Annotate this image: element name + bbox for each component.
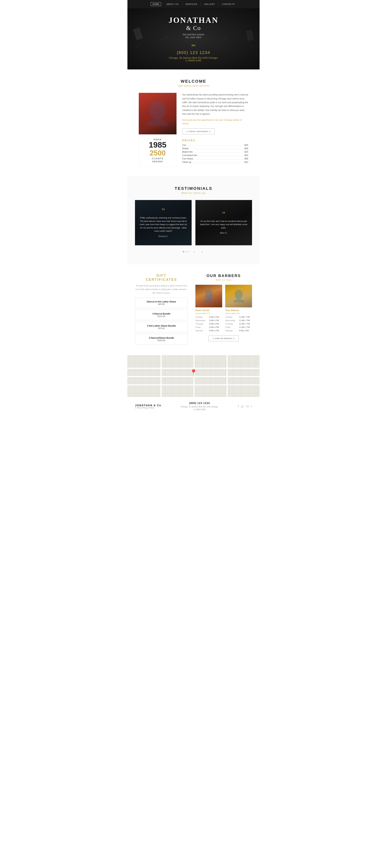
- barber-photo: 👤: [139, 93, 177, 134]
- barber-schedule-2: Tuesday11 AM–7 PMWednesday11 AM–7 PMThur…: [225, 315, 252, 333]
- gift-certificates-col: GIFTCERTIFICATES The gift of fine groomi…: [135, 274, 188, 346]
- price-item: Clean up$12: [182, 161, 248, 163]
- footer: JONATHAN & Co © 2016 | Privacy Policy (8…: [127, 397, 260, 415]
- carousel-dots: [183, 249, 188, 254]
- testimonials-subtitle: What our clients say: [135, 192, 252, 194]
- barber-photo-2: 👤: [225, 285, 252, 307]
- prices-section: PRICES Cut$25Shave$30Beard trim$15Cut+be…: [182, 139, 248, 163]
- nav-about[interactable]: ABOUT US: [165, 2, 180, 6]
- scissors-icon: ✂: [169, 42, 218, 49]
- nav-sep-4: /: [218, 3, 219, 5]
- view-barbers-label: view all barbers: [215, 337, 232, 339]
- barber-silhouette: 👤: [144, 102, 172, 125]
- schedule-row: Thursday11 AM–7 PM: [225, 322, 252, 326]
- price-item: Cut+beard trim$24: [182, 154, 248, 157]
- price-item: Beard trim$15: [182, 151, 248, 153]
- barber-card-1: 👤 Peter Grosh AVAILABILITY Tuesday8 AM–4…: [196, 285, 222, 333]
- nav-services[interactable]: SERVICES: [184, 2, 199, 6]
- reservation-btn-diamond-left: ◇: [186, 130, 188, 132]
- nav-home[interactable]: HOME: [151, 2, 161, 6]
- carousel-controls: ‹ ›: [135, 249, 252, 254]
- map-section: 📍: [127, 355, 260, 397]
- nav-contacts[interactable]: CONTACTS: [220, 2, 236, 6]
- reservation-button[interactable]: ◇ online reservation ◇: [182, 128, 215, 134]
- map-road-v2: [194, 355, 195, 397]
- hero-tagline: the perfect place for cool men: [169, 33, 218, 39]
- hero-address: Chicago, 28 Jackson Blvd Ste 1020 Chicag…: [169, 57, 218, 62]
- facebook-icon[interactable]: f: [238, 405, 239, 408]
- welcome-cta-text: We would love the opportunity to be your…: [182, 118, 248, 125]
- welcome-content: 👤 SINCE 1985 2500 CLIENTSSERVED Our barb…: [139, 93, 248, 167]
- gift-option[interactable]: 3 Haircut/Shave Bundle$195.00: [135, 334, 188, 344]
- navigation: HOME / ABOUT US / SERVICES / GALLERY / C…: [127, 0, 260, 8]
- availability-label-1: AVAILABILITY: [196, 312, 222, 314]
- testimonials-grid: " Polite, professional, charming and cou…: [135, 200, 252, 245]
- hero-phone: (800) 123 1234: [169, 50, 218, 55]
- gift-option[interactable]: 3 Haircut Bundle$110.00: [135, 310, 188, 320]
- barber-schedule-1: Tuesday8 AM–4 PMWednesday9 AM–4 PMThursd…: [196, 315, 222, 333]
- map-road-v3: [227, 355, 228, 397]
- welcome-body-text: Our barbershop has been providing award-…: [182, 93, 248, 116]
- price-list: Cut$25Shave$30Beard trim$15Cut+beard tri…: [182, 144, 248, 163]
- footer-address: Chicago, 28 Jackson Blvd Ste 1020 Chicag…: [181, 405, 218, 411]
- brand-name-line2: & Co: [169, 25, 218, 32]
- nav-sep-3: /: [201, 3, 201, 5]
- gift-title: GIFTCERTIFICATES: [135, 274, 188, 282]
- gift-option[interactable]: 3 Hot Lather Shave Bundle$75.00: [135, 322, 188, 332]
- testimonial-text-1: Polite, professional, charming and court…: [139, 216, 188, 233]
- footer-contact: (800) 123 1234 Chicago, 28 Jackson Blvd …: [181, 402, 218, 411]
- testimonials-header: TESTIMONIALS What our clients say: [135, 186, 252, 194]
- testimonial-card-1: " Polite, professional, charming and cou…: [135, 200, 191, 245]
- testimonial-author-1: Richard S.: [158, 235, 168, 237]
- testimonial-text-2: It's my first visit, and I had an excell…: [199, 220, 248, 230]
- welcome-header: WELCOME high quality salon services: [139, 79, 248, 87]
- welcome-title: WELCOME: [139, 79, 248, 84]
- carousel-next-button[interactable]: ›: [200, 249, 204, 254]
- price-item: Shave$30: [182, 147, 248, 150]
- availability-label-2: AVAILABILITY: [225, 312, 252, 314]
- barbers-grid: 👤 Peter Grosh AVAILABILITY Tuesday8 AM–4…: [196, 285, 252, 333]
- reservation-btn-diamond-right: ◇: [209, 130, 211, 132]
- gift-barbers-section: GIFTCERTIFICATES The gift of fine groomi…: [127, 264, 260, 355]
- price-item: Cut$25: [182, 144, 248, 147]
- welcome-section: WELCOME high quality salon services 👤 SI…: [127, 69, 260, 177]
- brand-name-line1: JONATHAN: [169, 16, 218, 25]
- schedule-row: Saturday8 AM–3 PM: [196, 329, 222, 333]
- quote-mark-1: ": [162, 208, 165, 214]
- twitter-icon[interactable]: t: [251, 405, 252, 408]
- welcome-left-col: 👤 SINCE 1985 2500 CLIENTSSERVED: [139, 93, 177, 167]
- price-item: Cut+shave$35: [182, 157, 248, 160]
- quote-mark-2: ": [222, 211, 225, 217]
- carousel-prev-button[interactable]: ‹: [192, 249, 196, 254]
- barber-name-1: Peter Grosh: [196, 309, 222, 312]
- gift-option[interactable]: Haircut & Hot Lather Shave$25.90: [135, 298, 188, 308]
- schedule-row: Friday8 AM–4 PM: [196, 326, 222, 329]
- schedule-row: Wednesday11 AM–7 PM: [225, 319, 252, 322]
- schedule-row: Saturday8 AM–3 PM: [225, 329, 252, 333]
- dot-3: [187, 251, 188, 252]
- barbers-col: OUR BARBERS Meet our team 👤 Peter Grosh …: [196, 274, 252, 346]
- testimonial-author-2: Mark G.: [220, 232, 227, 234]
- view-barbers-button[interactable]: ◇ view all barbers ◇: [209, 336, 239, 341]
- hero-content: JONATHAN & Co the perfect place for cool…: [169, 16, 218, 62]
- since-box: SINCE 1985 2500 CLIENTSSERVED: [139, 134, 177, 167]
- nav-gallery[interactable]: GALLERY: [203, 2, 217, 6]
- footer-social: f g+ in t: [238, 405, 252, 408]
- map-roads: [127, 355, 260, 397]
- linkedin-icon[interactable]: in: [246, 405, 249, 408]
- map-pin: 📍: [190, 369, 197, 376]
- clients-count: 2500: [143, 149, 173, 157]
- nav-sep-2: /: [182, 3, 182, 5]
- schedule-row: Tuesday8 AM–4 PM: [196, 315, 222, 319]
- footer-brand: JONATHAN & Co: [135, 404, 161, 407]
- testimonials-title: TESTIMONIALS: [135, 186, 252, 191]
- schedule-row: Thursday8 AM–4 PM: [196, 322, 222, 326]
- google-plus-icon[interactable]: g+: [241, 405, 244, 408]
- gift-description: The gift of fine grooming is always in s…: [135, 284, 188, 294]
- prices-title: PRICES: [182, 139, 248, 142]
- testimonial-card-2: " It's my first visit, and I had an exce…: [196, 200, 252, 245]
- gift-options-list: Haircut & Hot Lather Shave$25.903 Haircu…: [135, 298, 188, 344]
- footer-brand-col: JONATHAN & Co © 2016 | Privacy Policy: [135, 404, 161, 409]
- barber-photo-1: 👤: [196, 285, 222, 307]
- footer-phone: (800) 123 1234: [181, 402, 218, 405]
